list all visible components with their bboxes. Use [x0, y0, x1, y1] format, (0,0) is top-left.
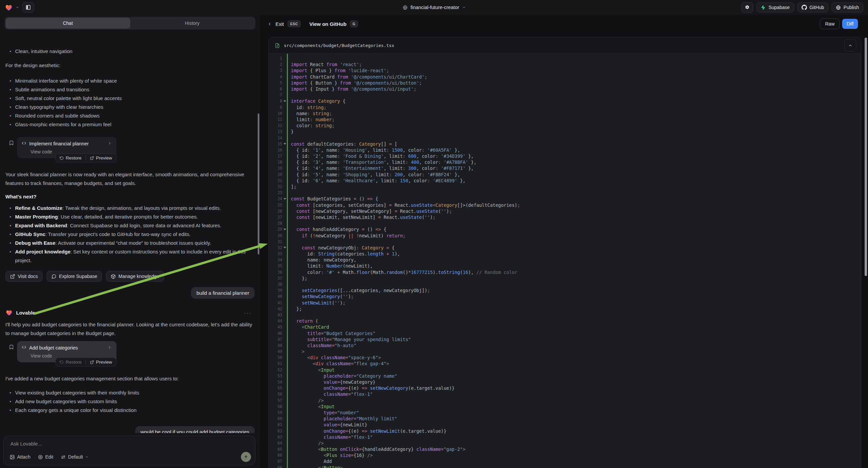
diff-added-gutter: [287, 54, 288, 468]
assistant-header: Lovable···: [5, 309, 255, 316]
bullet-list: Minimalist interface with plenty of whit…: [5, 77, 255, 129]
version-card[interactable]: Add budget categoriesView codeRestorePre…: [17, 341, 117, 362]
code-text: <ChartCard: [287, 324, 329, 330]
preview-button[interactable]: Preview: [90, 359, 112, 364]
preview-button[interactable]: Preview: [90, 155, 112, 160]
send-button[interactable]: [241, 452, 251, 462]
line-number: 30: [269, 233, 282, 238]
line-number: 34: [269, 258, 282, 262]
version-card[interactable]: Implement financial plannerView codeRest…: [17, 137, 117, 158]
attach-label: Attach: [17, 454, 31, 460]
chat-scrollbar[interactable]: [258, 114, 259, 255]
line-number: 10: [269, 111, 282, 116]
code-line: 34 name: newCategory,: [269, 257, 861, 263]
code-text: subtitle="Manage your spending limits": [287, 337, 411, 342]
bullet-item: Glass-morphic elements for a premium fee…: [5, 120, 255, 129]
line-number: 6: [269, 87, 282, 91]
bookmark-icon[interactable]: [9, 345, 14, 362]
code-line: 19 { id: '4', name: 'Entertainment', lim…: [269, 165, 861, 171]
code-line: 58 <Input: [269, 404, 861, 410]
window-scrollbar[interactable]: [865, 38, 867, 276]
view-on-github-button[interactable]: View on GitHub G: [309, 21, 358, 27]
code-text: className="h-auto": [287, 343, 356, 348]
code-line: 7: [269, 92, 861, 98]
code-line: 51 <div className="flex gap-4">: [269, 360, 861, 367]
code-text: className="flex-1": [287, 434, 373, 440]
bullet-dot-icon: [10, 251, 11, 253]
line-number: 14: [269, 136, 282, 140]
globe-icon: [836, 5, 841, 10]
code-line: 8interface Category {: [269, 98, 861, 104]
code-line: 10 name: string;: [269, 111, 861, 117]
code-text: };: [287, 306, 302, 312]
code-text: import { Input } from '@/components/ui/i…: [287, 86, 416, 92]
chevron-down-icon[interactable]: [16, 6, 19, 9]
lovable-heart-icon: [5, 309, 13, 316]
publish-button[interactable]: Publish: [831, 2, 863, 12]
lovable-logo-heart-icon[interactable]: [5, 3, 13, 11]
chip-explore-supabase[interactable]: Explore Supabase: [46, 271, 102, 282]
chip-visit-docs[interactable]: Visit docs: [5, 271, 42, 282]
user-message-row: would be cool if you could add budget ca…: [5, 426, 255, 433]
code-text: <Input: [287, 404, 335, 409]
line-number: 22: [269, 184, 282, 189]
attach-button[interactable]: Attach: [10, 454, 31, 460]
code-line: 44 return (: [269, 318, 861, 324]
bookmark-icon[interactable]: [9, 140, 14, 158]
code-text: value={newCategory}: [287, 379, 375, 385]
code-text: </Button>: [287, 465, 343, 468]
code-text: Add: [287, 459, 332, 464]
code-text: if (!newCategory || !newLimit) return;: [287, 233, 405, 238]
code-line: 41 setNewLimit('');: [269, 300, 861, 306]
code-icon: [22, 345, 26, 351]
settings-button[interactable]: [741, 2, 753, 13]
version-toolbar: RestorePreview: [55, 153, 117, 163]
code-line: 33 id: String(categories.length + 1),: [269, 251, 861, 257]
github-icon: [802, 5, 807, 10]
code-text: { id: '6', name: 'Healthcare', limit: 15…: [287, 178, 465, 183]
tab-chat[interactable]: Chat: [6, 18, 130, 29]
line-number: 43: [269, 313, 282, 317]
github-label: GitHub: [810, 5, 825, 10]
raw-toggle-button[interactable]: Raw: [820, 19, 839, 29]
fold-chevron-icon: [283, 100, 286, 102]
version-card-title: Implement financial planner: [29, 141, 89, 146]
exit-button[interactable]: Exit ESC: [268, 21, 301, 27]
code-text: { id: '1', name: 'Housing', limit: 1500,…: [287, 147, 460, 153]
line-number: 59: [269, 410, 282, 415]
code-text: setNewCategory('');: [287, 294, 354, 299]
line-number: 28: [269, 221, 282, 226]
code-text: name: newCategory,: [287, 257, 356, 263]
diff-toggle-button[interactable]: Diff: [842, 19, 858, 29]
line-number: 50: [269, 355, 282, 360]
line-number: 63: [269, 435, 282, 439]
edit-mode-button[interactable]: Edit: [38, 454, 53, 460]
more-options-button[interactable]: ···: [244, 310, 255, 316]
bullet-text: Expand with Backend: Connect Supabase to…: [15, 221, 221, 230]
code-viewer-header: Exit ESC View on GitHub G Raw Diff: [260, 17, 868, 31]
line-number: 25: [269, 203, 282, 207]
line-number: 23: [269, 191, 282, 195]
chip-manage-knowledge[interactable]: Manage knowledge: [106, 271, 164, 282]
collapse-file-button[interactable]: [844, 39, 856, 51]
arrow-up-icon: [244, 455, 248, 459]
tab-history[interactable]: History: [130, 18, 255, 29]
github-button[interactable]: GitHub: [797, 2, 829, 12]
project-selector[interactable]: financial-future-creator: [402, 0, 465, 15]
line-number: 20: [269, 172, 282, 177]
chevron-left-icon: [268, 22, 272, 26]
mode-selector[interactable]: Default: [61, 454, 89, 460]
chat-scroll-area[interactable]: Clean, intuitive navigationFor the desig…: [0, 46, 260, 433]
supabase-bolt-icon: [761, 5, 766, 10]
chat-input[interactable]: Ask Lovable...: [10, 441, 42, 446]
code-text: className="flex-1": [287, 391, 373, 397]
restore-button[interactable]: Restore: [60, 359, 82, 364]
composer[interactable]: Ask Lovable... Attach Edit Default: [3, 436, 255, 465]
line-number: 13: [269, 129, 282, 134]
code-line: 48 className="h-auto": [269, 343, 861, 349]
bullet-item: Add new budget categories with custom li…: [5, 397, 255, 406]
supabase-button[interactable]: Supabase: [756, 2, 794, 12]
restore-button[interactable]: Restore: [60, 155, 82, 160]
toggle-sidebar-button[interactable]: [22, 2, 34, 13]
line-number: 52: [269, 368, 282, 372]
